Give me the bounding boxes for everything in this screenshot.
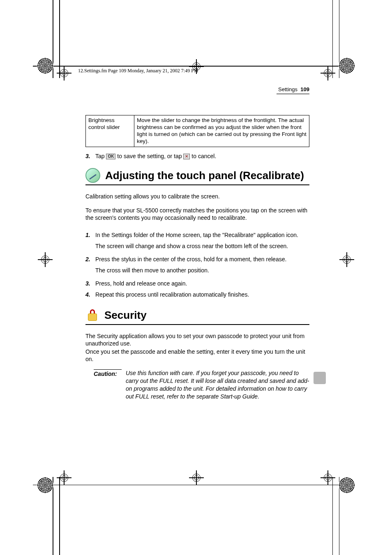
- registration-mark: [321, 66, 335, 81]
- print-mark: [339, 477, 355, 493]
- registration-mark: [339, 252, 354, 267]
- recalibrate-icon: [85, 168, 100, 183]
- running-header: Settings 109: [85, 86, 309, 92]
- cancel-button-icon: ✕: [183, 154, 190, 159]
- section-heading-recalibrate: Adjusting the touch panel (Recalibrate): [85, 168, 309, 183]
- step-text: In the Settings folder of the Home scree…: [95, 232, 309, 239]
- paragraph: Calibration setting allows you to calibr…: [85, 193, 309, 200]
- print-mark: [37, 58, 53, 74]
- paragraph: Once you set the passcode and enable the…: [85, 348, 309, 363]
- framemaker-header: 12.Settings.fm Page 109 Monday, January …: [78, 68, 198, 74]
- section-title: Adjusting the touch panel (Recalibrate): [105, 169, 304, 182]
- step-row: 3. Tap OK to save the setting, or tap ✕ …: [85, 153, 309, 160]
- step-row: 4. Repeat this process until recalibrati…: [85, 291, 309, 299]
- section-name: Settings: [278, 86, 297, 92]
- registration-mark: [38, 252, 53, 267]
- brightness-table: Brightness control slider Move the slide…: [85, 115, 309, 147]
- step-text: Press, hold and release once again.: [95, 280, 309, 288]
- registration-mark: [57, 470, 71, 485]
- step-row: 3. Press, hold and release once again.: [85, 280, 309, 288]
- paragraph: To ensure that your SL-5500 correctly ma…: [85, 207, 309, 221]
- table-desc: Move the slider to change the brightness…: [134, 115, 309, 147]
- table-label: Brightness control slider: [86, 115, 134, 147]
- registration-mark: [57, 66, 71, 81]
- page-number: 109: [300, 86, 309, 92]
- registration-mark: [321, 470, 335, 485]
- step-number: 4.: [85, 291, 95, 299]
- step-number: 3.: [85, 280, 95, 288]
- step-sub: The screen will change and show a cross …: [95, 243, 309, 250]
- step-number: 1.: [85, 232, 95, 239]
- step-text: Repeat this process until recalibration …: [95, 291, 309, 299]
- section-heading-security: Security: [85, 309, 309, 322]
- step-text: Press the stylus in the center of the cr…: [95, 256, 309, 263]
- step-number: 3.: [85, 153, 95, 160]
- section-title: Security: [104, 309, 147, 322]
- print-mark: [339, 58, 355, 74]
- step-sub: The cross will then move to another posi…: [95, 267, 309, 274]
- print-mark: [37, 477, 53, 493]
- thumb-index: [314, 372, 326, 384]
- caution-label: Caution:: [94, 369, 122, 401]
- header-rule: [277, 93, 309, 94]
- step-text: Tap OK to save the setting, or tap ✕ to …: [95, 153, 309, 160]
- page-content: Settings 109 Brightness control slider M…: [85, 86, 309, 401]
- paragraph: The Security application allows you to s…: [85, 332, 309, 347]
- ok-button-icon: OK: [106, 154, 115, 159]
- step-row: 2. Press the stylus in the center of the…: [85, 256, 309, 263]
- registration-mark: [189, 470, 204, 485]
- caution-block: Caution: Use this function with care. If…: [94, 369, 309, 401]
- step-number: 2.: [85, 256, 95, 263]
- caution-text: Use this function with care. If you forg…: [126, 369, 309, 401]
- step-row: 1. In the Settings folder of the Home sc…: [85, 232, 309, 239]
- lock-icon: [85, 309, 99, 322]
